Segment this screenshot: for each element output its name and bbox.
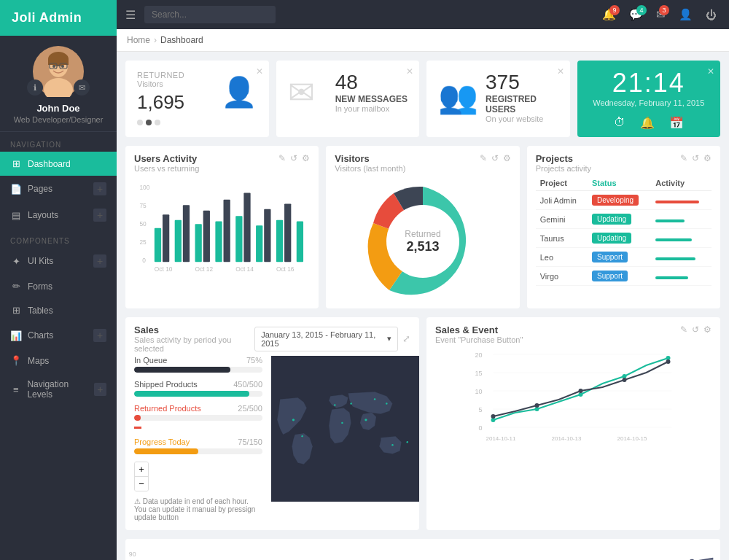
dot-active [146,120,152,125]
search-input[interactable] [144,6,276,23]
bottom-area-section: 90 67.5 45 22.5 0 2014 [125,539,720,560]
chevron-down-icon: ▾ [387,334,391,343]
svg-point-44 [364,419,367,421]
users-activity-refresh[interactable]: ↺ [290,153,297,163]
svg-text:0: 0 [479,424,483,432]
donut-chart: Returned 2,513 [364,183,481,300]
map-zoom-in-button[interactable]: + [135,462,148,477]
stat-card-returned-close[interactable]: ✕ [256,66,263,77]
chat-button[interactable]: ✉ 3 [651,5,671,24]
power-button[interactable]: ⏻ [701,6,722,24]
svg-point-45 [374,398,375,400]
svg-rect-30 [297,222,303,262]
date-range-button[interactable]: January 13, 2015 - February 11, 2015 ▾ [254,327,398,351]
sidebar-item-pages[interactable]: 📄 Pages + [0,176,117,202]
user-info-icon[interactable]: ℹ [27,79,43,96]
nav-levels-plus[interactable]: + [94,383,106,396]
users-activity-settings[interactable]: ⚙ [302,153,310,163]
clock-calendar-icon[interactable]: 📅 [669,116,684,130]
progress-sub: ▬ [134,422,262,430]
main-content: ☰ 🔔 9 💬 4 ✉ 3 👤 ⏻ Home [117,0,729,560]
menu-toggle-button[interactable]: ☰ [122,5,139,25]
stat-card-users: ✕ 👥 375 REGISTRED USERS On your website [426,61,570,137]
tables-icon: ⊞ [10,305,22,316]
sales-event-panel: Sales & Event Event "Purchase Button" ✎ … [426,317,720,530]
sidebar-item-forms[interactable]: ✏ Forms [0,274,117,298]
user-menu-button[interactable]: 👤 [674,5,698,24]
svg-text:Oct 10: Oct 10 [155,265,173,273]
sidebar-item-label: Maps [28,356,49,366]
breadcrumb-home[interactable]: Home [127,35,150,45]
donut-svg: Returned 2,513 [364,183,481,300]
projects-refresh[interactable]: ↺ [692,153,699,163]
svg-point-42 [341,422,343,424]
svg-text:50: 50 [139,220,147,228]
svg-rect-25 [243,193,250,262]
projects-settings[interactable]: ⚙ [703,153,712,163]
sidebar-item-tables[interactable]: ⊞ Tables [0,298,117,322]
clock-date: Wednesday, February 11, 2015 [593,98,704,107]
clock-time: 21:14 [612,68,685,98]
svg-text:0: 0 [142,257,146,264]
svg-rect-27 [264,209,270,262]
svg-point-7 [61,65,64,68]
sidebar-item-layouts[interactable]: ▤ Layouts + [0,202,117,228]
maps-icon: 📍 [10,355,22,366]
progress-label-text: Shipped Products [134,380,198,389]
user-name: John Doe [36,103,79,114]
clock-bell-icon[interactable]: 🔔 [640,116,655,130]
svg-text:25: 25 [139,238,147,246]
sales-event-settings[interactable]: ⚙ [703,324,712,335]
map-zoom-out-button[interactable]: − [135,477,148,491]
sidebar-item-charts[interactable]: 📊 Charts + [0,322,117,349]
progress-bar-fill [134,448,198,454]
stat-card-messages-close[interactable]: ✕ [406,66,413,77]
clock-timer-icon[interactable]: ⏱ [614,116,625,130]
pages-plus[interactable]: + [93,182,106,195]
expand-icon[interactable]: ⤢ [402,333,410,344]
progress-bar-bg [134,391,262,397]
table-row: Virgo Support [536,267,712,286]
power-icon: ⏻ [706,9,717,21]
data-note: ⚠ Data update in end of each hour. You c… [134,497,262,521]
sales-event-refresh[interactable]: ↺ [692,324,699,335]
notifications-button[interactable]: 🔔 9 [597,5,621,24]
forms-icon: ✏ [10,281,22,292]
svg-point-68 [666,359,671,364]
bottom-area-chart-panel: 90 67.5 45 22.5 0 2014 [125,539,720,560]
charts-plus[interactable]: + [93,329,106,342]
sidebar-item-dashboard[interactable]: ⊞ Dashboard [0,152,117,176]
sales-event-edit[interactable]: ✎ [680,324,687,335]
user-message-icon[interactable]: ✉ [74,79,90,96]
svg-text:20: 20 [475,351,483,359]
visitors-settings[interactable]: ⚙ [503,153,511,163]
nav-levels-icon: ≡ [10,384,21,395]
activity-bar [655,257,695,260]
progress-bar-bg [134,367,262,373]
uikits-plus[interactable]: + [93,254,106,268]
sidebar-item-navigation-levels[interactable]: ≡ Navigation Levels + [0,373,117,406]
sidebar-item-maps[interactable]: 📍 Maps [0,349,117,373]
sales-subtitle: Sales activity by period you selected [134,335,254,353]
stat-card-users-close[interactable]: ✕ [557,66,564,77]
bottom-row: Sales Sales activity by period you selec… [125,317,720,530]
projects-edit[interactable]: ✎ [680,153,687,163]
world-map-svg [271,356,419,502]
stat-cards-row: ✕ RETURNED Visitors 1,695 👤 ✕ [125,61,720,137]
clock-card-close[interactable]: ✕ [707,66,714,77]
progress-item-returned: Returned Products 25/500 ▬ [134,404,262,430]
users-activity-edit[interactable]: ✎ [278,153,286,163]
layouts-plus[interactable]: + [93,209,106,222]
messages-button[interactable]: 💬 4 [624,5,648,24]
bar-chart-svg: 100 75 50 25 0 [134,176,310,278]
svg-point-39 [292,419,295,421]
bottom-area-svg: 90 67.5 45 22.5 0 [125,546,720,560]
svg-point-46 [386,402,387,404]
uikits-icon: ✦ [10,256,22,267]
svg-rect-24 [235,216,242,262]
visitors-refresh[interactable]: ↺ [491,153,499,163]
table-row: Gemini Updating [536,210,712,229]
progress-item-shipped: Shipped Products 450/500 [134,380,262,397]
sidebar-item-uikits[interactable]: ✦ UI Kits + [0,248,117,274]
visitors-edit[interactable]: ✎ [480,153,487,163]
